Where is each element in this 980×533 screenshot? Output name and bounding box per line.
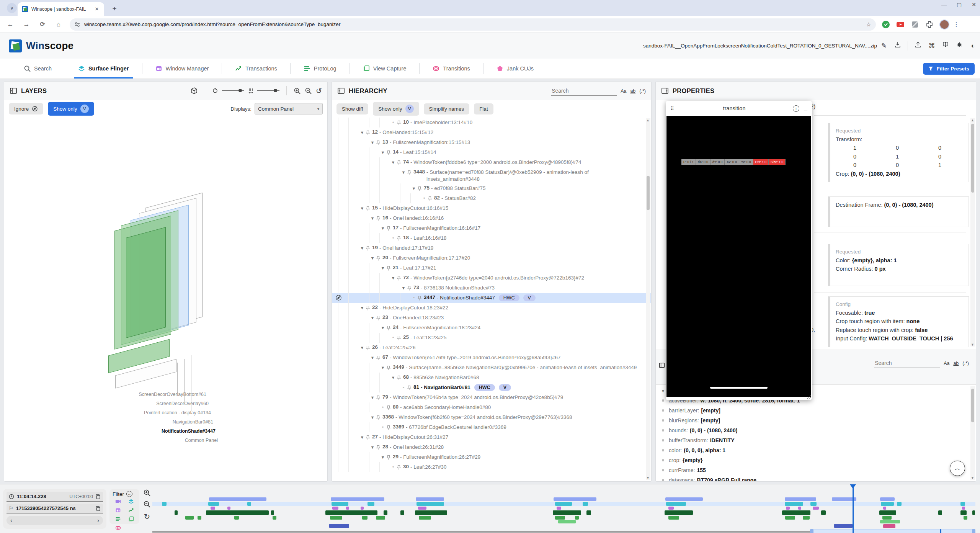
trace-segment-surface-flinger[interactable]	[785, 502, 803, 506]
pin-icon[interactable]	[407, 170, 412, 175]
trace-segment-screen-recording[interactable]	[331, 497, 384, 501]
window-controls[interactable]: — ▢ ✕	[941, 2, 976, 8]
hierarchy-row[interactable]: ▼3448- Surface(name=ed70f88 StatusBar)/@…	[332, 167, 651, 183]
collapse-panel-icon[interactable]	[337, 87, 345, 95]
view-tab-search[interactable]: Search	[11, 59, 65, 78]
upload-icon[interactable]	[911, 41, 925, 51]
pin-icon[interactable]	[386, 365, 391, 371]
trace-segment-transactions[interactable]	[938, 510, 942, 515]
layers-3d-canvas[interactable]: ScreenDecorOverlayBottom#61ScreenDecorOv…	[4, 118, 327, 481]
trace-segment-view-capture[interactable]	[880, 520, 900, 523]
hierarchy-row[interactable]: ▼28- OneHanded:26:31#28	[332, 442, 651, 452]
hierarchy-row[interactable]: ▼73- 8736138 NotificationShade#73	[332, 283, 651, 293]
trace-segment-transactions[interactable]	[384, 510, 387, 515]
property-row[interactable]: blurRegions:[empty]	[656, 415, 976, 425]
layer-label[interactable]: PointerLocation - display 0#134	[144, 410, 211, 415]
spacing-slider[interactable]	[257, 90, 279, 91]
minimize-overlay-icon[interactable]: _	[804, 105, 807, 112]
hierarchy-row-selected[interactable]: •3447- NotificationShade#3447HWCV	[332, 293, 651, 303]
minimize-icon[interactable]: —	[941, 2, 947, 8]
home-icon[interactable]: ⌂	[53, 19, 64, 30]
trace-segment-window-manager[interactable]	[332, 507, 338, 510]
shortcuts-icon[interactable]: ⌘	[925, 41, 939, 51]
url-text[interactable]: winscope.teams.x20web.corp.google.com/pr…	[84, 21, 862, 27]
3d-view-icon[interactable]	[190, 87, 198, 95]
expand-arrow-icon[interactable]: ▼	[390, 159, 397, 166]
properties-search-input[interactable]	[874, 358, 940, 368]
hierarchy-row[interactable]: •3369- 67726bf EdgeBackGestureHandler0#3…	[332, 422, 651, 432]
filter-presets-button[interactable]: Filter Presets	[923, 63, 975, 75]
layer-rect-green-inner[interactable]	[126, 227, 166, 338]
whole-word-toggle[interactable]: ab	[953, 361, 959, 368]
expand-arrow-icon[interactable]: ▼	[390, 374, 397, 381]
property-row[interactable]: color:(0, 0, 0), alpha: 1	[656, 445, 976, 455]
collapse-panel-icon[interactable]	[10, 87, 17, 95]
expand-arrow-icon[interactable]: ▼	[410, 185, 417, 192]
trace-segment-window-manager[interactable]	[668, 507, 674, 510]
reload-icon[interactable]: ⟳	[37, 19, 48, 30]
pin-icon[interactable]	[397, 236, 401, 241]
trace-toggle-chart[interactable]	[128, 507, 134, 515]
hierarchy-row[interactable]: ▼3368- WindowToken{f6b2f60 type=2024 and…	[332, 412, 651, 422]
trace-segment-transactions[interactable]	[972, 510, 975, 515]
pin-icon[interactable]	[428, 196, 432, 201]
pin-icon[interactable]	[407, 385, 412, 391]
trace-segment-transitions-indigo[interactable]	[329, 524, 349, 528]
expand-arrow-icon[interactable]: ▼	[369, 414, 376, 421]
trace-segment-window-manager[interactable]	[211, 507, 215, 510]
trace-segment-transactions[interactable]	[665, 510, 693, 515]
flat-chip[interactable]: Flat	[474, 103, 493, 114]
trace-segment-protolog[interactable]	[198, 516, 201, 520]
view-tab-surface-flinger[interactable]: Surface Flinger	[65, 59, 142, 78]
documentation-icon[interactable]	[939, 41, 952, 51]
hierarchy-row[interactable]: •10- ImePlaceholder:13:14#10	[332, 118, 651, 128]
expand-arrow-icon[interactable]: ▼	[379, 324, 386, 331]
trace-segment-protolog[interactable]	[882, 516, 892, 520]
copy-icon[interactable]	[95, 494, 101, 499]
dark-mode-icon[interactable]: ◐	[966, 41, 980, 51]
prev-frame-button[interactable]: ‹	[10, 517, 12, 523]
property-row[interactable]: currFrame:155	[656, 465, 976, 475]
trace-segment-protolog[interactable]	[419, 516, 431, 520]
trace-segment-surface-flinger[interactable]	[162, 502, 167, 506]
trace-segment-surface-flinger[interactable]	[332, 502, 348, 506]
reset-view-icon[interactable]: ↺	[316, 87, 322, 95]
trace-toggle-layers[interactable]	[128, 499, 134, 506]
pin-icon[interactable]	[376, 415, 381, 420]
playhead-line[interactable]	[853, 486, 854, 533]
trace-segment-window-manager[interactable]	[883, 507, 886, 510]
reset-zoom-icon[interactable]: ↻	[144, 512, 150, 521]
show-diff-chip[interactable]: Show diff	[336, 103, 368, 114]
ignore-chip[interactable]: Ignore	[9, 103, 43, 114]
hierarchy-row[interactable]: ▼24- FullscreenMagnification:18:23#24	[332, 323, 651, 333]
trace-segment-window-manager[interactable]	[346, 507, 349, 510]
trace-segment-window-manager[interactable]	[361, 507, 364, 510]
overview-track[interactable]	[152, 531, 810, 533]
hierarchy-row[interactable]: •82- StatusBar#82	[332, 193, 651, 203]
trace-segment-surface-flinger[interactable]	[881, 502, 894, 506]
trace-segment-protolog[interactable]	[273, 516, 276, 520]
expand-arrow-icon[interactable]: ▼	[379, 364, 386, 371]
trace-segment-screen-recording[interactable]	[416, 497, 444, 501]
next-frame-button[interactable]: ›	[97, 517, 99, 523]
property-row[interactable]: dataspace:BT709 sRGB Full range	[656, 475, 976, 482]
bookmark-star-icon[interactable]: ☆	[866, 21, 871, 28]
pin-icon[interactable]	[397, 120, 401, 126]
expand-arrow-icon[interactable]: ▼	[359, 129, 366, 136]
pin-icon[interactable]	[397, 335, 401, 341]
expand-arrow-icon[interactable]: ▼	[359, 245, 366, 252]
collapse-panel-icon[interactable]	[661, 87, 669, 95]
trace-segment-transactions[interactable]	[879, 510, 896, 515]
show-only-v-chip[interactable]: Show only V	[48, 102, 94, 116]
hierarchy-row[interactable]: ▼74- WindowToken{fdddbe6 type=2000 andro…	[332, 157, 651, 167]
pin-icon[interactable]	[366, 435, 370, 440]
match-case-toggle[interactable]: Aa	[944, 361, 949, 368]
trace-segment-transactions[interactable]	[960, 510, 967, 515]
expand-arrow-icon[interactable]: ▼	[400, 169, 407, 176]
close-window-icon[interactable]: ✕	[972, 2, 976, 8]
pin-icon[interactable]	[417, 186, 422, 191]
expand-arrow-icon[interactable]: ▼	[369, 394, 376, 401]
trace-toggle-lines[interactable]	[115, 516, 121, 523]
trace-segment-transactions[interactable]	[400, 510, 404, 515]
hierarchy-row[interactable]: ▼23- OneHanded:18:23#23	[332, 313, 651, 323]
